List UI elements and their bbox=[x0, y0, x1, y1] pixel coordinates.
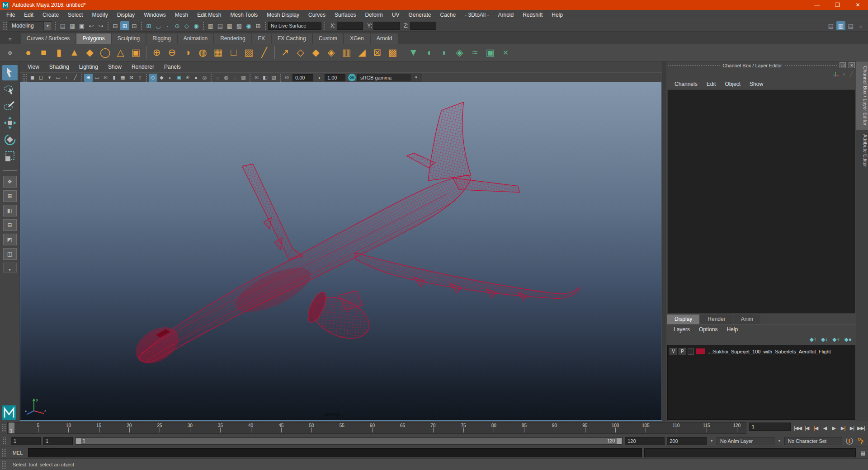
poly-cone-icon[interactable]: ▲ bbox=[67, 45, 82, 60]
undo-icon[interactable]: ↩ bbox=[87, 21, 96, 30]
shelf-tab-fx[interactable]: FX bbox=[252, 33, 271, 44]
pick-walk-icon[interactable]: ⊡ bbox=[252, 74, 261, 82]
modeling-toolkit-icon[interactable]: ▤ bbox=[826, 21, 835, 30]
menu-set-selector[interactable]: Modeling ▼ bbox=[9, 21, 52, 30]
time-slider-grip[interactable] bbox=[1, 424, 6, 432]
animation-start-field[interactable]: 1 bbox=[11, 437, 41, 445]
channel-box-icon[interactable]: ≡ bbox=[856, 21, 865, 30]
viewport-menu-shading[interactable]: Shading bbox=[44, 64, 74, 70]
select-hierarchy-icon[interactable]: ⊟ bbox=[111, 21, 120, 30]
step-back-frame-button[interactable]: |◀ bbox=[802, 423, 811, 433]
live-surface-field[interactable]: No Live Surface bbox=[268, 22, 321, 30]
bevel-icon[interactable]: ◆ bbox=[308, 45, 323, 60]
layer-color-swatch[interactable] bbox=[696, 348, 705, 354]
chevron-down-icon[interactable]: ▼ bbox=[410, 74, 422, 81]
camera-icon[interactable]: ◼ bbox=[28, 74, 37, 82]
layer-row[interactable]: V P ...:Sukhoi_Superjet_100_with_Saberle… bbox=[669, 347, 854, 356]
viewport-menu-renderer[interactable]: Renderer bbox=[127, 64, 159, 70]
menu-edit[interactable]: Edit bbox=[19, 10, 38, 20]
multi-cut-icon[interactable]: ⊠ bbox=[370, 45, 385, 60]
channel-box-empty-area[interactable] bbox=[667, 89, 855, 314]
single-pane-layout[interactable]: ❖ bbox=[3, 176, 17, 188]
playback-start-field[interactable]: 1 bbox=[43, 437, 73, 445]
four-pane-layout[interactable]: ⊞ bbox=[3, 190, 17, 202]
viewport-menu-show[interactable]: Show bbox=[103, 64, 127, 70]
exposure-icon[interactable]: ⊙ bbox=[283, 74, 291, 82]
go-to-start-button[interactable]: |◀◀ bbox=[793, 423, 802, 433]
menu-cache[interactable]: Cache bbox=[435, 10, 460, 20]
anim-layer-dropdown[interactable]: No Anim Layer bbox=[717, 437, 774, 445]
menu-mesh[interactable]: Mesh bbox=[170, 10, 193, 20]
shelf-menu-icon[interactable]: ≡ bbox=[8, 37, 11, 43]
textured-icon[interactable]: ▣ bbox=[175, 74, 183, 82]
chevron-down-icon[interactable]: ▼ bbox=[777, 439, 782, 443]
open-scene-icon[interactable]: ▦ bbox=[68, 21, 77, 30]
select-object-icon[interactable]: ⊞ bbox=[120, 21, 129, 30]
step-back-key-button[interactable]: |◀ bbox=[811, 423, 820, 433]
close-panel-icon[interactable]: ✕ bbox=[849, 62, 855, 68]
move-layer-down-icon[interactable]: ◆↓ bbox=[821, 336, 828, 343]
planar-mapping-icon[interactable]: ▼ bbox=[406, 45, 421, 60]
subdiv-proxy-icon[interactable]: □ bbox=[226, 45, 241, 60]
safe-title-icon[interactable]: T bbox=[136, 74, 144, 82]
layer-playback-toggle[interactable]: P bbox=[679, 348, 686, 355]
pan-zoom-icon[interactable]: + bbox=[62, 74, 71, 82]
rotate-tool[interactable] bbox=[2, 132, 18, 147]
shelf-tab-rendering[interactable]: Rendering bbox=[214, 33, 251, 44]
layer-type-box[interactable] bbox=[688, 348, 694, 355]
separate-icon[interactable]: ⊖ bbox=[165, 45, 179, 60]
render-settings-icon[interactable]: ▧ bbox=[235, 21, 244, 30]
snap-curve-icon[interactable]: ◡ bbox=[154, 21, 163, 30]
poly-torus-icon[interactable]: ◯ bbox=[98, 45, 113, 60]
shadows-icon[interactable]: ● bbox=[192, 74, 200, 82]
display-render-globals-icon[interactable]: ◉ bbox=[244, 21, 253, 30]
target-weld-icon[interactable]: ◈ bbox=[324, 45, 339, 60]
grid-fill-icon[interactable]: ▩ bbox=[385, 45, 400, 60]
move-layer-up-icon[interactable]: ◆↑ bbox=[810, 336, 816, 343]
range-end-handle[interactable] bbox=[617, 438, 622, 444]
snap-point-icon[interactable]: ∙ bbox=[163, 21, 172, 30]
film-gate-icon[interactable]: ▭ bbox=[93, 74, 101, 82]
cylindrical-mapping-icon[interactable]: ◖ bbox=[421, 45, 436, 60]
automatic-mapping-icon[interactable]: ◈ bbox=[452, 45, 467, 60]
layer-tab-anim[interactable]: Anim bbox=[734, 315, 760, 324]
timeline-ruler[interactable]: 5101520253035404550556065707580859095100… bbox=[7, 422, 746, 434]
channel-box-menu-object[interactable]: Object bbox=[720, 81, 745, 87]
layer-menu-help[interactable]: Help bbox=[722, 326, 742, 333]
isolate-select-icon[interactable]: ◌ bbox=[213, 74, 222, 82]
layer-list[interactable]: V P ...:Sukhoi_Superjet_100_with_Saberle… bbox=[667, 345, 855, 420]
tab-channel-box[interactable]: Channel Box / Layer Editor bbox=[856, 61, 868, 130]
play-backwards-button[interactable]: ◀ bbox=[821, 423, 829, 433]
shelf-tab-fx-caching[interactable]: FX Caching bbox=[272, 33, 312, 44]
step-forward-key-button[interactable]: ▶| bbox=[839, 423, 847, 433]
smooth-shade-icon[interactable]: ◆ bbox=[157, 74, 166, 82]
select-component-icon[interactable]: ⊡ bbox=[130, 21, 139, 30]
hypershade-persp-layout[interactable]: ◩ bbox=[3, 234, 17, 245]
camera-attributes-icon[interactable]: ◻ bbox=[37, 74, 45, 82]
symmetry-icon[interactable]: ⊞ bbox=[254, 21, 263, 30]
viewport-toolbar-grip[interactable] bbox=[22, 74, 27, 82]
ipr-render-icon[interactable]: ▤ bbox=[216, 21, 225, 30]
wireframe-icon[interactable]: ◇ bbox=[149, 74, 157, 82]
persp-graph-layout[interactable]: ⊟ bbox=[3, 219, 17, 231]
shelf-tab-polygons[interactable]: Polygons bbox=[76, 33, 110, 44]
chevron-down-icon[interactable]: ▼ bbox=[709, 439, 714, 443]
go-to-end-button[interactable]: ▶▶| bbox=[857, 423, 865, 433]
reduce-icon[interactable]: ▨ bbox=[241, 45, 256, 60]
make-live-icon[interactable]: ◉ bbox=[192, 21, 201, 30]
xray-icon[interactable]: ◍ bbox=[222, 74, 231, 82]
float-panel-icon[interactable]: ❐ bbox=[840, 62, 846, 68]
persp-uv-layout[interactable]: ◫ bbox=[3, 248, 17, 260]
layer-tab-render[interactable]: Render bbox=[700, 315, 732, 324]
flat-shade-icon[interactable]: ◐ bbox=[166, 74, 175, 82]
menu-generate[interactable]: Generate bbox=[404, 10, 435, 20]
edit-channel-icon[interactable]: ╱ bbox=[849, 71, 853, 77]
menu-deform[interactable]: Deform bbox=[360, 10, 387, 20]
pane-menu-icon[interactable]: ◧ bbox=[261, 74, 269, 82]
menu-select[interactable]: Select bbox=[63, 10, 87, 20]
range-slider[interactable]: 1 120 bbox=[75, 437, 623, 445]
close-button[interactable]: ✕ bbox=[848, 0, 868, 10]
tab-attribute-editor[interactable]: Attribute Editor bbox=[856, 130, 868, 172]
menu-help[interactable]: Help bbox=[547, 10, 567, 20]
auto-keyframe-icon[interactable] bbox=[845, 437, 854, 445]
